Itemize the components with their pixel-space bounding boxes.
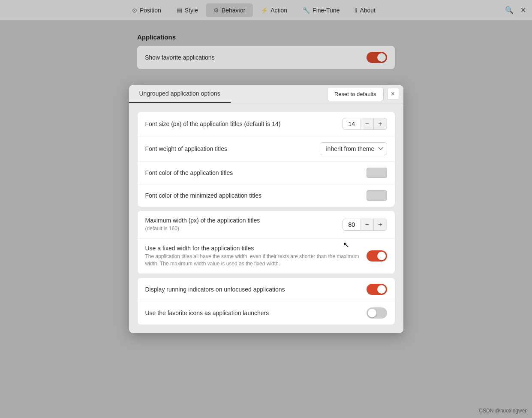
modal-title-button[interactable]: Ungrouped application options [129,85,231,103]
modal-header: Ungrouped application options Reset to d… [129,85,403,103]
max-width-row: Maximum width (px) of the application ti… [138,211,395,239]
font-size-input: 14 − + [343,118,387,130]
max-width-increase[interactable]: + [374,219,386,230]
font-weight-row: Font weight of application titles inheri… [138,136,395,162]
running-indicators-row: Display running indicators on unfocused … [138,278,395,301]
font-size-row: Font size (px) of the application titles… [138,112,395,136]
fixed-width-label: Use a fixed width for the application ti… [145,245,360,252]
modal-close-icon: × [391,90,395,98]
favorite-icons-label: Use the favorite icons as application la… [145,310,367,316]
favorite-icons-thumb [368,309,376,317]
running-indicators-thumb [377,285,386,294]
font-color-label: Font color of the application titles [145,169,367,176]
width-settings-card: Maximum width (px) of the application ti… [138,211,395,273]
font-color-row: Font color of the application titles [138,162,395,184]
modal-body: Font size (px) of the application titles… [129,103,403,333]
favorite-icons-track[interactable] [367,307,387,319]
font-size-increase[interactable]: + [374,118,386,129]
running-indicators-track[interactable] [367,284,387,295]
fixed-width-sublabel: The application titles all have the same… [145,253,360,268]
running-indicators-card: Display running indicators on unfocused … [138,278,395,325]
modal-close-button[interactable]: × [387,88,399,100]
max-width-sublabel: (default is 160) [145,225,260,232]
running-indicators-label: Display running indicators on unfocused … [145,286,367,293]
font-settings-card: Font size (px) of the application titles… [138,112,395,207]
max-width-input: 80 − + [343,219,387,231]
max-width-label: Maximum width (px) of the application ti… [145,217,260,224]
modal-title-section: Ungrouped application options [129,85,327,103]
font-size-decrease[interactable]: − [361,118,374,129]
modal-overlay: Ungrouped application options Reset to d… [0,0,532,418]
favorite-icons-row: Use the favorite icons as application la… [138,301,395,325]
fixed-width-row: Use a fixed width for the application ti… [138,239,395,274]
fixed-width-track[interactable] [367,250,387,262]
font-weight-dropdown[interactable]: inherit from theme [320,142,387,155]
max-width-decrease[interactable]: − [361,219,374,230]
font-weight-label: Font weight of application titles [145,145,320,152]
fixed-width-text: Use a fixed width for the application ti… [145,245,367,268]
max-width-value: 80 [343,220,361,230]
font-size-value: 14 [343,119,361,129]
fixed-width-toggle[interactable] [367,250,387,262]
max-width-text: Maximum width (px) of the application ti… [145,217,260,232]
running-indicators-toggle[interactable] [367,284,387,295]
font-color-minimized-swatch[interactable] [367,190,387,201]
font-size-label: Font size (px) of the application titles… [145,120,343,127]
font-color-minimized-label: Font color of the minimized application … [145,192,367,199]
reset-defaults-button[interactable]: Reset to defaults [327,87,384,101]
favorite-icons-toggle[interactable] [367,307,387,319]
modal-dialog: Ungrouped application options Reset to d… [129,85,403,333]
fixed-width-thumb [377,252,386,260]
font-color-minimized-row: Font color of the minimized application … [138,184,395,207]
font-color-swatch[interactable] [367,168,387,178]
